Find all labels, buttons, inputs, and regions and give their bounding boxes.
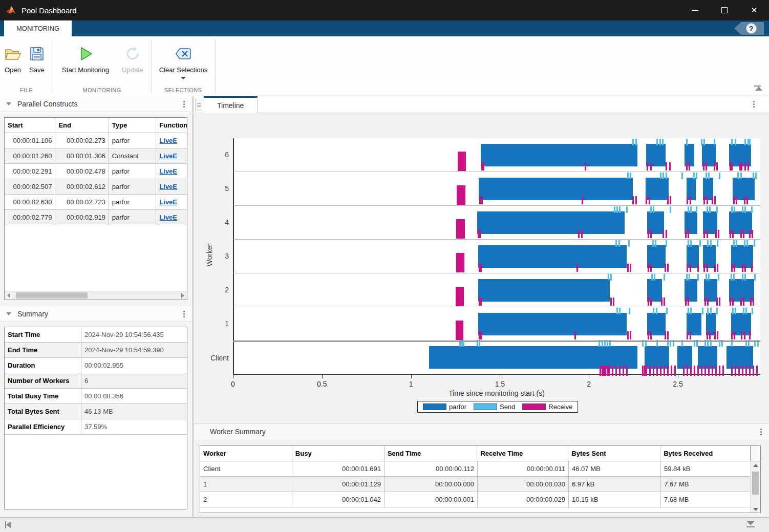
send-tick: [696, 206, 697, 213]
table-cell: 00:00:00.001: [385, 492, 478, 507]
worker-row-1: [233, 307, 760, 341]
scroll-right-icon[interactable]: [179, 291, 187, 300]
receive-tick: [704, 297, 706, 306]
column-header: Bytes Sent: [568, 446, 660, 461]
send-tick: [619, 308, 621, 314]
save-button[interactable]: Save: [29, 44, 45, 74]
receive-tick: [715, 230, 717, 238]
table-cell: parfor: [109, 210, 156, 225]
receive-tick: [669, 162, 671, 171]
table-cell: LiveE: [156, 195, 187, 209]
send-tick: [754, 240, 755, 247]
scroll-left-icon[interactable]: [5, 291, 13, 300]
table-cell: parfor: [109, 164, 156, 179]
scroll-down-icon[interactable]: [751, 505, 760, 513]
legend-label: Send: [500, 403, 515, 411]
table-cell: 46.07 MB: [569, 461, 661, 476]
parfor-bar: [478, 279, 610, 302]
help-icon: ?: [746, 23, 757, 34]
tab-monitoring[interactable]: MONITORING: [4, 20, 72, 36]
timeline-menu-button[interactable]: [753, 101, 755, 108]
collapse-ribbon-button[interactable]: [754, 86, 764, 94]
summary-key: Parallel Efficiency: [5, 419, 81, 434]
update-button[interactable]: Update: [118, 44, 147, 74]
table-cell: 00:00:02.919: [55, 210, 109, 225]
receive-tick: [667, 196, 669, 204]
function-link[interactable]: LiveE: [159, 198, 177, 206]
column-header: Bytes Received: [660, 446, 751, 461]
send-tick: [753, 173, 754, 179]
table-cell: 00:00:02.630: [5, 195, 55, 209]
titlebar: Pool Dashboard ✕: [0, 0, 769, 20]
close-button[interactable]: ✕: [739, 0, 769, 20]
collapse-panel-icon[interactable]: [6, 102, 11, 105]
maximize-button[interactable]: [710, 0, 739, 20]
scroll-up-icon[interactable]: [751, 461, 760, 470]
send-tick: [751, 206, 753, 213]
send-tick: [736, 240, 737, 247]
vertical-scrollbar[interactable]: [751, 446, 760, 461]
send-tick: [707, 308, 709, 314]
receive-tick: [714, 331, 716, 339]
function-link[interactable]: LiveE: [159, 214, 177, 221]
receive-tick: [719, 297, 720, 306]
y-tick-label: Client: [203, 354, 229, 362]
receive-tick: [686, 162, 688, 171]
table-row[interactable]: Client00:00:01.69100:00:00.11200:00:00.0…: [200, 461, 760, 477]
horizontal-scrollbar[interactable]: [5, 291, 187, 300]
vertical-scrollbar[interactable]: [751, 461, 760, 513]
collapse-bottom-panel-button[interactable]: [746, 521, 755, 527]
receive-tick: [741, 162, 742, 171]
function-link[interactable]: LiveE: [159, 167, 177, 175]
open-button[interactable]: Open: [4, 44, 22, 74]
parallel-constructs-menu-button[interactable]: [183, 101, 185, 108]
receive-tick: [707, 331, 708, 339]
clear-selections-dropdown-icon[interactable]: [181, 77, 186, 79]
legend-swatch-Receive: [522, 403, 546, 410]
collapse-panel-icon[interactable]: [6, 312, 11, 315]
receive-tick: [623, 366, 624, 376]
table-row[interactable]: 00:00:02.63000:00:02.723parforLiveE: [5, 195, 187, 210]
worker-summary-menu-button[interactable]: [760, 429, 762, 435]
table-row[interactable]: 100:00:01.12900:00:00.00000:00:00.0306.9…: [200, 477, 760, 492]
worker-row-5: [233, 172, 760, 206]
send-tick: [699, 240, 701, 247]
receive-tick: [707, 297, 709, 306]
summary-row: Duration00:00:02.955: [5, 358, 187, 373]
help-button[interactable]: ?: [734, 22, 764, 35]
send-tick: [708, 274, 710, 281]
table-row[interactable]: 00:00:01.26000:00:01.306ConstantLiveE: [5, 148, 187, 164]
send-tick: [708, 173, 710, 179]
collapse-left-panel-button[interactable]: [5, 521, 11, 528]
receive-tick: [714, 264, 716, 272]
tab-timeline[interactable]: Timeline: [204, 96, 258, 113]
table-row[interactable]: 00:00:01.10600:00:02.273parforLiveE: [5, 133, 187, 148]
receive-block: [456, 321, 464, 340]
function-link[interactable]: LiveE: [159, 137, 177, 144]
send-tick: [733, 240, 735, 247]
summary-menu-button[interactable]: [183, 311, 185, 317]
table-row[interactable]: 00:00:02.50700:00:02.612parforLiveE: [5, 179, 187, 195]
table-cell: 00:00:01.106: [5, 133, 55, 148]
summary-key: End Time: [5, 343, 81, 357]
summary-key: Total Bytes Sent: [5, 404, 81, 419]
collapse-ribbon-icon: [754, 86, 761, 87]
table-row[interactable]: 00:00:02.77900:00:02.919parforLiveE: [5, 210, 187, 225]
table-row[interactable]: 200:00:01.04200:00:00.00100:00:00.02910.…: [200, 492, 760, 507]
start-monitoring-button[interactable]: Start Monitoring: [58, 44, 113, 74]
table-row[interactable]: 00:00:02.29100:00:02.478parforLiveE: [5, 164, 187, 179]
legend-label: Receive: [548, 403, 572, 411]
clear-selections-button[interactable]: Clear Selections: [155, 44, 211, 79]
scrollbar-thumb[interactable]: [752, 472, 759, 495]
receive-tick: [730, 230, 731, 238]
send-tick: [690, 206, 692, 213]
receive-tick: [753, 366, 754, 376]
function-link[interactable]: LiveE: [159, 183, 177, 190]
drag-grip-icon[interactable]: [195, 99, 202, 111]
minimize-button[interactable]: [680, 0, 710, 20]
function-link[interactable]: LiveE: [159, 152, 177, 160]
receive-tick: [697, 264, 699, 272]
scrollbar-thumb[interactable]: [16, 292, 88, 299]
send-tick: [663, 173, 664, 179]
receive-block: [456, 253, 464, 272]
